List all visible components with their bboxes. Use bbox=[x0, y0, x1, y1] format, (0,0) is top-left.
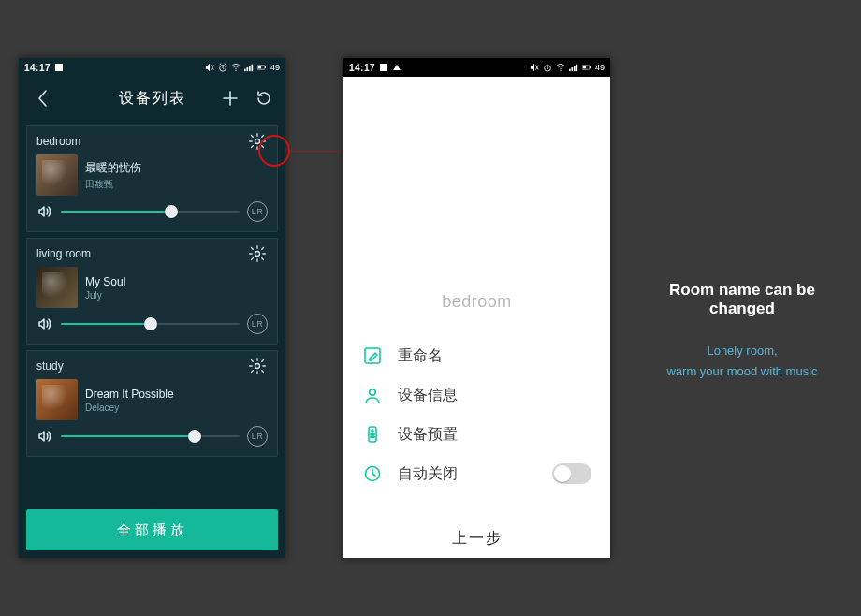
room-name: study bbox=[36, 359, 64, 373]
wifi-icon bbox=[231, 63, 241, 72]
battery-icon bbox=[257, 63, 267, 72]
room-card-body: 最暖的忧伤 田馥甄 bbox=[36, 154, 268, 196]
svg-rect-17 bbox=[571, 67, 573, 71]
volume-icon[interactable] bbox=[36, 203, 53, 220]
mute-icon bbox=[205, 63, 214, 72]
track-info: My Soul July bbox=[85, 275, 125, 301]
device-preset-label: 设备预置 bbox=[398, 425, 458, 445]
svg-rect-8 bbox=[265, 66, 266, 68]
track-title: Dream It Possible bbox=[85, 388, 174, 401]
auto-off-toggle[interactable] bbox=[552, 463, 591, 484]
svg-rect-27 bbox=[371, 433, 374, 434]
person-icon bbox=[362, 385, 383, 405]
battery-pct: 49 bbox=[595, 63, 605, 72]
gear-icon[interactable] bbox=[247, 131, 268, 152]
volume-icon[interactable] bbox=[36, 428, 53, 445]
notification-icon bbox=[379, 63, 388, 72]
svg-rect-19 bbox=[576, 65, 577, 72]
room-name: living room bbox=[36, 247, 91, 260]
volume-row: LR bbox=[36, 426, 268, 447]
status-bar: 14:17 49 bbox=[19, 58, 285, 77]
device-list-screen: 14:17 49 设备列表 bbox=[19, 58, 285, 558]
svg-rect-28 bbox=[371, 436, 374, 437]
rename-item[interactable]: 重命名 bbox=[343, 336, 610, 375]
room-list: bedroom 最暖的忧伤 田馥甄 LR bbox=[19, 120, 285, 509]
svg-rect-5 bbox=[249, 66, 251, 71]
title-bar: 设备列表 bbox=[19, 77, 285, 120]
status-time: 14:17 bbox=[349, 63, 375, 73]
marketing-caption: Room name can be changed Lonely room, wa… bbox=[635, 281, 850, 382]
add-device-button[interactable] bbox=[216, 77, 244, 120]
previous-step-button[interactable]: 上一步 bbox=[343, 516, 610, 558]
mute-icon bbox=[530, 63, 539, 72]
album-art[interactable] bbox=[36, 379, 78, 420]
room-card[interactable]: living room My Soul July LR bbox=[26, 238, 278, 345]
battery-pct: 49 bbox=[270, 63, 280, 72]
status-bar: 14:17 49 bbox=[343, 58, 610, 77]
room-card-header: bedroom bbox=[36, 132, 268, 151]
album-art[interactable] bbox=[36, 154, 78, 196]
edit-icon bbox=[362, 345, 383, 366]
room-card-body: Dream It Possible Delacey bbox=[36, 379, 268, 420]
track-title: 最暖的忧伤 bbox=[85, 160, 141, 176]
room-card-header: study bbox=[36, 357, 268, 375]
svg-rect-6 bbox=[251, 65, 253, 72]
clock-icon bbox=[362, 463, 383, 484]
auto-off-label: 自动关闭 bbox=[398, 464, 458, 484]
svg-point-26 bbox=[372, 430, 373, 432]
svg-point-24 bbox=[370, 389, 375, 395]
svg-rect-4 bbox=[246, 67, 248, 71]
channel-balance-button[interactable]: LR bbox=[247, 426, 268, 447]
track-artist: Delacey bbox=[85, 403, 174, 413]
channel-balance-button[interactable]: LR bbox=[247, 201, 268, 222]
room-card[interactable]: study Dream It Possible Delacey bbox=[26, 350, 278, 457]
svg-rect-18 bbox=[574, 66, 576, 71]
notification-icon bbox=[54, 63, 64, 72]
volume-row: LR bbox=[36, 314, 268, 334]
device-settings-screen: 14:17 49 bedroom 重命名 bbox=[343, 58, 610, 558]
alarm-icon bbox=[543, 63, 552, 72]
gear-icon[interactable] bbox=[247, 243, 268, 264]
alarm-icon bbox=[218, 63, 227, 72]
refresh-button[interactable] bbox=[250, 77, 278, 120]
track-title: My Soul bbox=[85, 275, 125, 288]
device-info-label: 设备信息 bbox=[398, 386, 458, 405]
settings-room-name: bedroom bbox=[343, 292, 610, 312]
signal-icon bbox=[569, 63, 578, 72]
back-button[interactable] bbox=[26, 77, 60, 120]
remote-icon bbox=[362, 424, 383, 445]
svg-point-12 bbox=[255, 364, 260, 369]
play-all-button[interactable]: 全部播放 bbox=[26, 509, 278, 550]
volume-slider[interactable] bbox=[61, 316, 240, 331]
svg-rect-0 bbox=[55, 64, 63, 71]
svg-rect-9 bbox=[258, 66, 261, 69]
rename-label: 重命名 bbox=[398, 346, 443, 366]
volume-slider[interactable] bbox=[61, 204, 240, 219]
auto-off-item[interactable]: 自动关闭 bbox=[343, 454, 610, 493]
battery-icon bbox=[582, 63, 591, 72]
svg-rect-3 bbox=[244, 69, 246, 72]
signal-icon bbox=[244, 63, 254, 72]
settings-sheet: bedroom 重命名 设备信息 设备预置 自动关闭 上 bbox=[343, 77, 610, 558]
caption-line-b: warm your mood with music bbox=[666, 364, 817, 378]
wifi-icon bbox=[556, 63, 565, 72]
room-card[interactable]: bedroom 最暖的忧伤 田馥甄 LR bbox=[26, 125, 278, 232]
svg-rect-16 bbox=[569, 69, 571, 72]
volume-icon[interactable] bbox=[36, 315, 53, 332]
svg-rect-21 bbox=[590, 66, 591, 68]
album-art[interactable] bbox=[36, 267, 78, 308]
channel-balance-button[interactable]: LR bbox=[247, 314, 268, 334]
svg-point-2 bbox=[235, 70, 236, 71]
device-info-item[interactable]: 设备信息 bbox=[343, 375, 610, 415]
device-preset-item[interactable]: 设备预置 bbox=[343, 415, 610, 454]
room-card-header: living room bbox=[36, 244, 268, 263]
gear-icon[interactable] bbox=[247, 356, 268, 376]
svg-point-15 bbox=[560, 70, 561, 71]
volume-row: LR bbox=[36, 201, 268, 222]
caption-subtitle: Lonely room, warm your mood with music bbox=[635, 341, 850, 382]
caption-line-a: Lonely room, bbox=[707, 344, 777, 358]
volume-slider[interactable] bbox=[61, 429, 240, 444]
notification-icon bbox=[392, 63, 401, 72]
room-card-body: My Soul July bbox=[36, 267, 268, 308]
track-artist: July bbox=[85, 290, 125, 301]
